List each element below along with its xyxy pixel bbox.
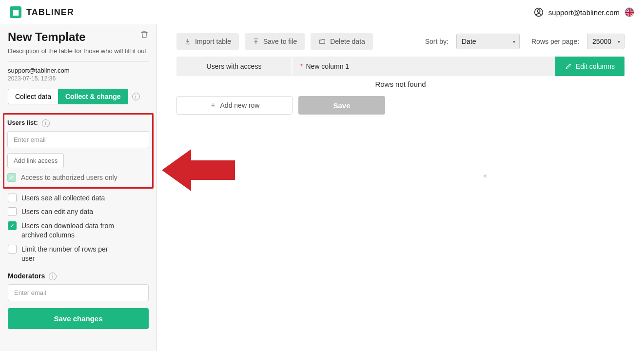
chevron-down-icon: ▾: [618, 39, 620, 44]
edit-columns-button[interactable]: Edit columns: [555, 57, 624, 76]
sort-by-select[interactable]: Date ▾: [456, 34, 520, 49]
delete-template-icon[interactable]: [140, 30, 149, 39]
checkbox-authorized-only[interactable]: ✓: [7, 173, 16, 182]
moderators-label: Moderators: [8, 272, 45, 280]
checkbox-label: Limit the number of rows per user: [21, 245, 119, 263]
users-list-label: Users list:: [7, 119, 38, 126]
info-icon[interactable]: i: [49, 273, 57, 280]
button-label: Save to file: [263, 38, 297, 45]
timestamp: 2023-07-15, 12:36: [8, 75, 149, 82]
template-title: New Template: [8, 30, 86, 44]
language-flag-icon[interactable]: [624, 7, 634, 17]
import-table-button[interactable]: Import table: [176, 33, 239, 50]
column-header-new[interactable]: *New column 1: [293, 58, 555, 75]
button-label: Import table: [195, 38, 231, 45]
svg-point-1: [537, 10, 540, 12]
select-value: Date: [462, 38, 476, 45]
table-header: Users with access *New column 1 Edit col…: [176, 57, 624, 76]
button-label: Edit columns: [576, 62, 615, 70]
button-label: Delete data: [330, 38, 365, 45]
chevron-down-icon: ▾: [513, 39, 515, 44]
add-new-row-button[interactable]: Add new row: [176, 96, 293, 115]
delete-data-button[interactable]: Delete data: [311, 33, 373, 50]
save-button[interactable]: Save: [298, 96, 385, 115]
add-link-access-button[interactable]: Add link access: [7, 153, 64, 168]
users-email-input[interactable]: [7, 131, 149, 148]
header-user-email[interactable]: support@tabliner.com: [548, 8, 620, 17]
select-value: 25000: [592, 38, 611, 45]
checkbox-label: Access to authorized users only: [21, 173, 117, 182]
checkbox-edit-any[interactable]: [8, 207, 17, 216]
user-icon: [534, 7, 544, 17]
required-star-icon: *: [300, 62, 303, 70]
checkbox-label: Users can download data from archived co…: [21, 221, 129, 240]
users-list-highlight: Users list: i Add link access ✓ Access t…: [3, 113, 154, 188]
template-description: Description of the table for those who w…: [8, 47, 149, 62]
column-label: New column 1: [306, 62, 349, 70]
empty-rows-message: Rows not found: [176, 80, 624, 88]
plus-icon: [210, 102, 216, 109]
checkbox-limit-rows[interactable]: [8, 245, 17, 254]
pencil-icon: [565, 63, 572, 70]
info-icon[interactable]: i: [42, 119, 50, 127]
tab-collect-and-change[interactable]: Collect & change: [58, 89, 128, 104]
logo-area[interactable]: ▦ TABLINER: [10, 6, 74, 18]
checkbox-see-all[interactable]: [8, 194, 17, 202]
svg-marker-3: [162, 149, 235, 191]
annotation-arrow-icon: [162, 147, 235, 193]
collapse-sidebar-icon[interactable]: «: [483, 172, 487, 179]
info-icon[interactable]: i: [132, 93, 140, 100]
brand-name: TABLINER: [26, 7, 74, 18]
upload-icon: [253, 38, 259, 45]
download-icon: [184, 38, 191, 45]
logo-icon: ▦: [10, 6, 21, 18]
sidebar: New Template Description of the table fo…: [0, 24, 157, 351]
sort-by-label: Sort by:: [425, 38, 449, 45]
rows-per-page-select[interactable]: 25000 ▾: [587, 34, 624, 49]
checkbox-label: Users see all collected data: [21, 194, 105, 203]
column-header-users[interactable]: Users with access: [176, 58, 293, 75]
folder-delete-icon: [318, 38, 326, 45]
checkbox-label: Users can edit any data: [21, 207, 93, 216]
save-to-file-button[interactable]: Save to file: [245, 33, 305, 50]
button-label: Add new row: [220, 101, 260, 109]
tab-collect-data[interactable]: Collect data: [8, 89, 58, 104]
moderators-email-input[interactable]: [8, 284, 149, 301]
owner-email: support@tabliner.com: [8, 67, 149, 74]
checkbox-download-archived[interactable]: ✓: [8, 221, 17, 230]
rows-per-page-label: Rows per page:: [531, 38, 579, 45]
save-changes-button[interactable]: Save changes: [8, 308, 149, 329]
